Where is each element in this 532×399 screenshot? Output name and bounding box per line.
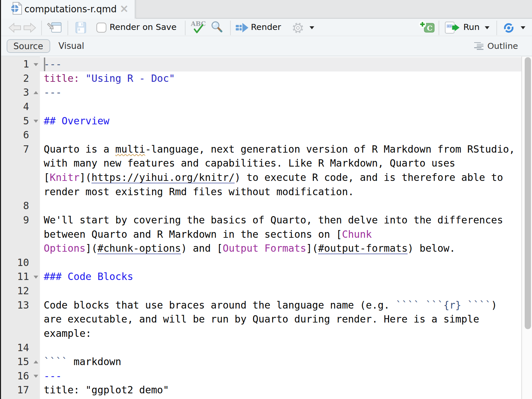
token-plain: ) and [ [181,242,223,254]
rerun-options-caret-icon[interactable] [521,26,525,29]
code-row[interactable]: example: [40,327,522,341]
fold-open-icon[interactable] [34,63,38,66]
toolbar-separator [230,21,231,35]
popout-icon[interactable] [46,22,62,34]
visual-mode-button[interactable]: Visual [50,39,93,53]
code-row[interactable]: with many new features and capabilities.… [40,156,522,171]
token-plain: ]( [85,242,97,254]
fold-open-icon[interactable] [34,120,38,123]
gutter-line-number [1,312,40,327]
code-row[interactable]: ### Code Blocks [40,270,522,284]
code-row[interactable] [40,341,522,355]
gutter-line-number: 5 [1,114,40,128]
code-row[interactable]: [Knitr](https://yihui.org/knitr/) to exe… [40,171,522,185]
gutter-line-number: 11 [1,270,40,284]
rerun-icon[interactable] [502,22,515,34]
scrollbar-thumb[interactable] [525,57,531,329]
code-row[interactable]: Quarto is a multi-language, next generat… [40,142,522,157]
tab-close-icon[interactable]: × [120,0,129,18]
gutter-line-number: 15 [1,355,40,369]
code-row[interactable]: --- [40,369,522,383]
token-slate: ```` [396,299,420,311]
code-row[interactable]: We'll start by covering the basics of Qu… [40,213,522,227]
run-button[interactable]: Run [445,19,484,36]
render-options-caret-icon[interactable] [310,26,314,29]
code-row[interactable]: Options](#chunk-options) and [Output For… [40,241,522,256]
render-button[interactable]: Render [234,19,284,36]
code-row[interactable]: render most existing Rmd files without m… [40,185,522,199]
code-row[interactable]: title: "Using R - Doc" [40,71,522,86]
file-tab[interactable]: computations-r.qmd × [1,0,135,19]
toolbar-separator [185,21,186,35]
gutter-line-number: 13 [1,298,40,313]
code-row[interactable] [40,284,522,298]
token-link: Chunk [342,228,372,240]
svg-text:ABC: ABC [191,20,206,27]
token-string: "Using R - Doc" [85,72,175,84]
token-plain: with many new features and capabilities.… [44,157,456,169]
vertical-scrollbar[interactable] [521,57,532,399]
token-slate: --- [44,58,62,70]
token-url: #chunk-options [97,242,181,254]
code-row[interactable]: between Quarto and R Markdown in the sec… [40,227,522,242]
token-plain [461,299,467,311]
code-row[interactable]: Code blocks that use braces around the l… [40,298,522,313]
gutter-line-number: 12 [1,284,40,298]
token-plain: are executable, and will be run by Quart… [44,313,479,325]
code-row[interactable]: --- [40,85,522,100]
gutter-line-number: 14 [1,341,40,355]
outline-toggle[interactable]: Outline [474,39,518,53]
render-label: Render [251,19,281,36]
code-row[interactable] [40,199,522,213]
gutter-line-number [1,156,40,171]
gutter-line-number: 7 [1,142,40,157]
fold-end-icon[interactable] [34,91,38,94]
render-icon [235,22,249,33]
render-on-save-checkbox[interactable] [96,23,106,33]
code-row[interactable]: ```` markdown [40,355,522,369]
token-plain: -language, next generation version of R … [145,143,515,155]
token-slate: ```` [44,356,68,367]
forward-icon[interactable] [23,23,36,33]
insert-chunk-button[interactable]: C [418,19,435,34]
code-row[interactable]: title: "ggplot2 demo" [40,383,522,397]
token-plain: ) below. [408,242,456,254]
code-row[interactable]: are executable, and will be run by Quart… [40,312,522,327]
gutter-line-number: 10 [1,256,40,270]
token-link: Options [44,242,86,254]
token-key: title: [44,72,80,84]
code-row[interactable]: ## Overview [40,114,522,128]
fold-end-icon[interactable] [34,360,38,363]
save-icon[interactable] [75,21,87,34]
toolbar-separator [67,21,68,35]
gear-icon[interactable] [292,22,304,34]
token-plain: example: [44,328,92,339]
code-row[interactable] [40,100,522,114]
token-slate: --- [44,86,62,98]
token-heading: ### Code Blocks [44,271,133,282]
editor-content[interactable]: ---title: "Using R - Doc"---## OverviewQ… [40,57,522,399]
spellcheck-icon[interactable]: ABC [189,19,206,35]
token-plain: [ [44,172,50,183]
gutter-line-number: 6 [1,128,40,142]
token-plain: Quarto is a [44,143,115,155]
pane-left-edge [0,0,1,399]
code-row[interactable]: --- [40,57,522,71]
gutter-line-number: 8 [1,199,40,213]
code-row[interactable] [40,128,522,142]
source-mode-button[interactable]: Source [7,39,50,53]
fold-open-icon[interactable] [34,276,38,279]
code-row[interactable] [40,256,522,270]
gutter-line-number: 3 [1,85,40,100]
fold-open-icon[interactable] [34,375,38,378]
gutter-line-number: 1 [1,57,40,71]
search-icon[interactable] [210,21,224,35]
token-plain: ]( [306,242,318,254]
gutter-line-number: 9 [1,213,40,227]
token-plain [420,299,426,311]
back-icon[interactable] [8,23,22,33]
render-on-save-label: Render on Save [110,19,177,36]
code-editor[interactable]: 1234567891011121314151617 ---title: "Usi… [1,57,532,399]
token-plain: We'll start by covering the basics of Qu… [44,214,503,226]
run-options-caret-icon[interactable] [485,26,489,29]
